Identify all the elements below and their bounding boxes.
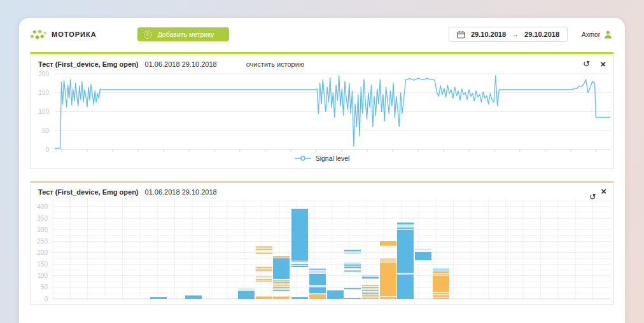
- bar-segment: [380, 297, 396, 299]
- bar-segment: [344, 263, 361, 264]
- bar-segment: [256, 296, 272, 299]
- legend-label: Signal level: [316, 155, 350, 162]
- bar-segment: [344, 250, 361, 252]
- bar-segment: [291, 209, 308, 261]
- add-metric-label: Добавить метрику: [158, 31, 214, 38]
- calendar-icon: [457, 31, 465, 39]
- bar-segment: [291, 263, 308, 263]
- bar-segment: [309, 274, 326, 285]
- bar-segment: [273, 290, 290, 291]
- date-range-picker[interactable]: 29.10.2018 → 29.10.2018: [449, 27, 568, 42]
- bar-segment: [273, 258, 290, 279]
- bar-segment: [362, 290, 379, 291]
- y-tick-label: 350: [37, 215, 48, 222]
- add-metric-button[interactable]: + Добавить метрику: [137, 27, 230, 41]
- bar-segment: [362, 295, 379, 296]
- panel-period: 01.06.2018 29.10.2018: [145, 188, 217, 196]
- bar-segment: [185, 296, 202, 299]
- bar-segment: [362, 289, 379, 289]
- bar-segment: [256, 277, 272, 277]
- logo: МОТОРИКА: [31, 30, 97, 39]
- bar-segment: [309, 269, 326, 270]
- bar-segment: [433, 271, 449, 274]
- bar-segment: [256, 246, 272, 247]
- y-tick-label: 300: [37, 226, 48, 233]
- legend-item[interactable]: Signal level: [31, 155, 613, 162]
- bar-segment: [344, 252, 361, 254]
- bar-segment: [433, 274, 449, 275]
- arrow-right-icon: →: [512, 31, 519, 38]
- content-card: МОТОРИКА + Добавить метрику 29.10.2018 →…: [19, 18, 625, 323]
- bar-segment: [273, 282, 290, 283]
- bar-segment: [273, 296, 290, 299]
- y-tick-label: 250: [37, 238, 48, 245]
- bar-segment: [362, 296, 379, 297]
- y-tick-label: 200: [37, 249, 48, 256]
- bar-segment: [256, 267, 272, 268]
- bar-segment: [309, 294, 326, 299]
- bar-segment: [433, 270, 449, 270]
- logo-dots-icon: [31, 30, 47, 39]
- bar-segment: [273, 284, 290, 284]
- y-tick-label: 200: [38, 71, 49, 78]
- signal-chart-svg: 050100150200: [31, 70, 611, 156]
- panel1-header: Тест (First_device, Emg open) 01.06.2018…: [31, 54, 613, 69]
- logo-text: МОТОРИКА: [52, 31, 97, 38]
- bar-segment: [362, 277, 379, 278]
- bar-segment: [397, 230, 414, 273]
- bar-segment: [273, 287, 290, 288]
- bar-segment: [150, 297, 167, 299]
- bar-segment: [344, 266, 361, 268]
- bar-segment: [433, 294, 449, 295]
- bar-segment: [344, 298, 361, 299]
- bar-segment: [362, 275, 379, 276]
- y-tick-label: 400: [37, 203, 48, 210]
- bar-segment: [291, 264, 308, 265]
- metric-panel-bars: Тест (First_device, Emg open) 01.06.2018…: [30, 181, 614, 305]
- user-name: Axmor: [582, 31, 600, 38]
- bar-segment: [397, 228, 414, 229]
- date-from[interactable]: 29.10.2018: [471, 31, 506, 38]
- refresh-icon[interactable]: ↺: [589, 193, 596, 201]
- y-tick-label: 50: [42, 127, 50, 134]
- app-header: МОТОРИКА + Добавить метрику 29.10.2018 →…: [19, 18, 625, 47]
- bar-segment: [309, 270, 326, 273]
- bar-segment: [291, 297, 308, 299]
- close-icon[interactable]: ×: [601, 186, 606, 196]
- bar-segment: [273, 289, 290, 289]
- bar-segment: [309, 287, 326, 293]
- bar-segment: [397, 275, 414, 299]
- bar-segment: [273, 285, 290, 285]
- y-tick-label: 100: [37, 272, 48, 279]
- panel-title: Тест (First_device, Emg open): [38, 60, 139, 68]
- y-tick-label: 150: [38, 89, 49, 96]
- bar-segment: [397, 225, 414, 226]
- bar-segment: [380, 263, 396, 296]
- y-tick-label: 0: [45, 146, 49, 153]
- bar-segment: [397, 223, 414, 224]
- panel-title: Тест (First_device, Emg open): [38, 188, 139, 196]
- panel1-actions: ↺ ×: [583, 59, 606, 69]
- close-icon[interactable]: ×: [600, 59, 606, 69]
- signal-line: [55, 76, 610, 148]
- user-icon: [604, 31, 612, 39]
- clear-history-link[interactable]: очистить историю: [246, 60, 304, 68]
- bar-segment: [256, 279, 272, 280]
- bar-segment: [433, 298, 449, 299]
- bar-segment: [380, 259, 396, 260]
- bar-segment: [344, 270, 361, 271]
- bar-segment: [238, 289, 255, 290]
- bar-segment: [380, 241, 396, 246]
- metric-panel-line: Тест (First_device, Emg open) 01.06.2018…: [30, 52, 614, 169]
- bar-segment: [327, 291, 344, 299]
- bar-segment: [256, 249, 272, 250]
- bar-segment: [433, 268, 449, 268]
- bar-segment: [238, 291, 255, 299]
- date-to[interactable]: 29.10.2018: [524, 31, 559, 38]
- bar-segment: [362, 287, 379, 287]
- user-menu[interactable]: Axmor: [582, 31, 612, 39]
- refresh-icon[interactable]: ↺: [583, 60, 590, 68]
- y-tick-label: 150: [37, 261, 48, 268]
- bar-segment: [380, 260, 396, 261]
- bar-segment: [256, 253, 272, 254]
